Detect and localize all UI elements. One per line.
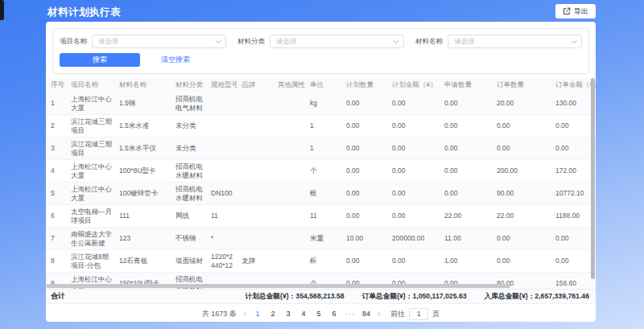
- table-cell: 1220*2440*12: [206, 250, 237, 272]
- column-header: 计划数量: [341, 78, 387, 93]
- clear-search-link[interactable]: 清空搜索: [161, 55, 190, 65]
- table-cell: 11: [305, 205, 341, 227]
- table-cell: 22.00: [440, 205, 492, 227]
- page-number[interactable]: 84: [362, 310, 370, 318]
- total-label: 入库总金额(¥)：: [485, 292, 535, 300]
- table-cell: 招商机电电气材料: [171, 93, 206, 114]
- table-cell: [273, 115, 305, 137]
- page-number[interactable]: 4: [299, 310, 308, 318]
- table-cell: 0.00: [387, 250, 440, 272]
- table-cell: 滨江花城三期项目: [66, 138, 114, 159]
- select-placeholder: 请选择: [276, 37, 297, 47]
- table-cell: 10772.10: [551, 183, 596, 204]
- table-body: 1上海松江中心大厦1.5钢招商机电电气材料kg0.000.000.0020.00…: [46, 93, 596, 295]
- filter-label: 材料分类: [237, 37, 265, 47]
- table-row: 3滨江花城三期项目1.5米水平仪未分类10.000.000.000.000.00: [46, 138, 596, 160]
- filter-row: 项目名称请选择材料分类请选择材料名称请选择: [60, 35, 582, 48]
- goto-suffix: 页: [432, 309, 440, 319]
- drawer-handle[interactable]: [0, 0, 4, 20]
- table-cell: [237, 138, 273, 159]
- page-number[interactable]: 1: [254, 310, 262, 318]
- select-placeholder: 请选择: [454, 37, 475, 47]
- more-pages-icon[interactable]: ···: [345, 310, 355, 318]
- goto-page-input[interactable]: [409, 308, 428, 320]
- table-cell: [237, 93, 273, 114]
- total-value: 354,568,213.58: [295, 292, 344, 300]
- table-cell: 招商机电水暖材料: [171, 183, 206, 204]
- table-cell: [273, 138, 305, 159]
- filter-select[interactable]: 请选择: [448, 35, 582, 48]
- table-cell: 滨江花城8期项目-分包: [66, 250, 114, 272]
- vertical-scrollbar[interactable]: [591, 78, 595, 279]
- table-cell: 0.00: [551, 250, 596, 272]
- total-label: 计划总金额(¥)：: [246, 292, 296, 300]
- table-cell: 1.5米水准: [114, 115, 171, 137]
- table-cell: [206, 93, 237, 114]
- table-row: 5上海松江中心大厦100镀锌管卡招商机电水暖材料DN100根0.000.000.…: [46, 183, 596, 205]
- page-number[interactable]: 6: [330, 310, 338, 318]
- filter-label: 材料名称: [415, 37, 443, 47]
- table-cell: 0.00: [387, 138, 440, 159]
- table-cell: 1.00: [440, 250, 492, 272]
- pagination-total: 共 1673 条: [202, 309, 237, 319]
- chevron-down-icon: [216, 38, 221, 43]
- table-cell: kg: [305, 93, 341, 114]
- table-cell: [206, 138, 237, 159]
- table-row: 2滨江花城三期项目1.5米水准未分类10.000.000.000.000.00: [46, 115, 596, 138]
- table-row: 6太空电梯—月球项目111网线11110.000.0022.0022.00118…: [46, 205, 596, 228]
- column-header: 品牌: [237, 78, 273, 93]
- table-cell: 未分类: [171, 138, 206, 159]
- table-cell: 不锈钢: [171, 228, 206, 249]
- table-row: 4上海松江中心大厦100*8U型卡招商机电水暖材料个0.000.000.0020…: [46, 160, 596, 183]
- table-cell: [273, 205, 305, 227]
- table-cell: 123: [114, 228, 171, 249]
- table-cell: 11.00: [440, 228, 492, 249]
- summary-label: 合计: [51, 291, 65, 302]
- table-cell: [237, 115, 273, 137]
- table-cell: 2: [46, 115, 66, 137]
- table-cell: 0.00: [440, 160, 492, 182]
- table-cell: [273, 93, 305, 114]
- table-cell: 0.00: [341, 250, 387, 272]
- pagination: 共 1673 条 ‹ 123456···84 › 前往 页: [46, 306, 596, 322]
- table-row: 1上海松江中心大厦1.5钢招商机电电气材料kg0.000.000.0020.00…: [46, 93, 596, 115]
- table-cell: 南铜盛达大学生公寓新建: [66, 228, 114, 249]
- horizontal-scrollbar[interactable]: [46, 284, 510, 288]
- table-cell: 12石膏板: [114, 250, 171, 272]
- table-cell: 0.00: [341, 205, 387, 227]
- table-cell: 0.00: [341, 183, 387, 204]
- page-number[interactable]: 5: [315, 310, 323, 318]
- filter-label: 项目名称: [60, 37, 87, 47]
- export-button[interactable]: 导出: [555, 4, 596, 19]
- goto-page: 前往 页: [390, 308, 440, 320]
- table-cell: 4: [46, 160, 66, 182]
- table-cell: 0.00: [551, 138, 596, 159]
- prev-page-icon[interactable]: ‹: [244, 310, 246, 318]
- total-value: 2,657,339,761.46: [535, 292, 589, 300]
- page-number[interactable]: 3: [284, 310, 292, 318]
- select-placeholder: 请选择: [98, 37, 119, 47]
- table-cell: 0.00: [341, 160, 387, 182]
- total-label: 订单总金额(¥)：: [362, 292, 413, 300]
- page-number[interactable]: 2: [269, 310, 277, 318]
- table-cell: [237, 183, 273, 204]
- table-cell: 200000.00: [387, 228, 440, 249]
- table-cell: 太空电梯—月球项目: [66, 205, 114, 227]
- table-cell: *: [206, 228, 237, 249]
- total-item: 入库总金额(¥)：2,657,339,761.46: [485, 292, 589, 302]
- table-cell: 0.00: [492, 250, 551, 272]
- table-cell: 1: [46, 93, 66, 114]
- table-cell: 0.00: [341, 138, 387, 159]
- table-cell: 0.00: [492, 115, 551, 137]
- column-header: 单位: [305, 78, 341, 93]
- table-cell: 0.00: [387, 93, 440, 114]
- table-cell: [273, 183, 305, 204]
- next-page-icon[interactable]: ›: [378, 310, 380, 318]
- table-cell: 龙牌: [237, 250, 273, 272]
- summary-totals: 计划总金额(¥)：354,568,213.58订单总金额(¥)：1,050,11…: [246, 292, 589, 302]
- filter-select[interactable]: 请选择: [92, 35, 226, 48]
- table-cell: 6: [46, 205, 66, 227]
- filter-select[interactable]: 请选择: [270, 35, 404, 48]
- search-button[interactable]: 搜索: [60, 53, 140, 67]
- table-cell: 0.00: [387, 160, 440, 182]
